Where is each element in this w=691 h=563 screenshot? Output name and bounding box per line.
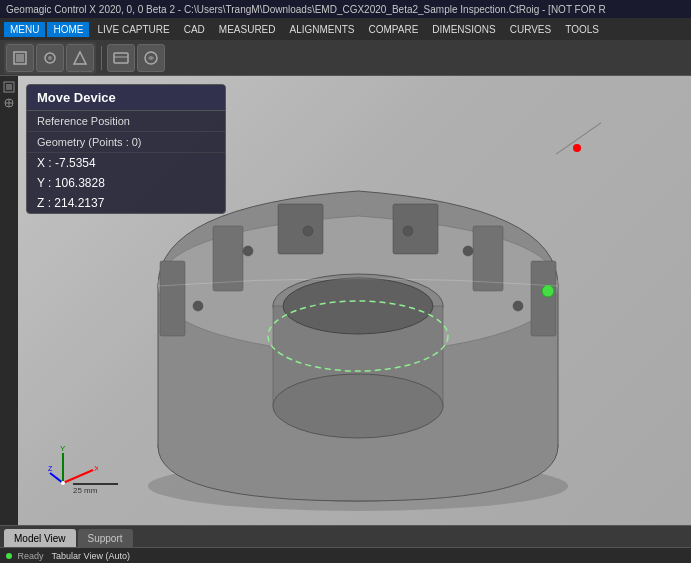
menu-item-cad[interactable]: CAD	[178, 22, 211, 37]
toolbar-btn-4[interactable]	[107, 44, 135, 72]
bottom-tabs: Model View Support	[0, 525, 691, 547]
title-text: Geomagic Control X 2020, 0, 0 Beta 2 - C…	[6, 4, 606, 15]
menu-item-alignments[interactable]: ALIGNMENTS	[284, 22, 361, 37]
menu-bar: MENU HOME LIVE CAPTURE CAD MEASURED ALIG…	[0, 18, 691, 40]
ready-indicator	[6, 553, 12, 559]
toolbar	[0, 40, 691, 76]
svg-rect-22	[531, 261, 556, 336]
toolbar-btn-5[interactable]	[137, 44, 165, 72]
menu-item-menu[interactable]: MENU	[4, 22, 45, 37]
viewport[interactable]: Move Device Reference Position Geometry …	[18, 76, 691, 525]
menu-item-home[interactable]: HOME	[47, 22, 89, 37]
x-coord: X : -7.5354	[27, 153, 225, 173]
svg-point-27	[193, 301, 203, 311]
svg-point-40	[61, 481, 65, 485]
toolbar-btn-3[interactable]	[66, 44, 94, 72]
svg-point-29	[243, 246, 253, 256]
svg-point-32	[403, 226, 413, 236]
sidebar-icon-2[interactable]	[2, 96, 16, 110]
sidebar-icon-1[interactable]	[2, 80, 16, 94]
svg-point-18	[273, 374, 443, 438]
svg-line-34	[63, 470, 93, 483]
move-device-panel: Move Device Reference Position Geometry …	[26, 84, 226, 214]
menu-item-live-capture[interactable]: LIVE CAPTURE	[91, 22, 175, 37]
svg-point-28	[513, 301, 523, 311]
tab-model-view[interactable]: Model View	[4, 529, 76, 547]
svg-text:X: X	[94, 464, 98, 473]
svg-point-19	[283, 278, 433, 334]
svg-text:Y: Y	[60, 445, 66, 453]
svg-text:Z: Z	[48, 465, 53, 472]
z-coord: Z : 214.2137	[27, 193, 225, 213]
menu-item-dimensions[interactable]: DIMENSIONS	[426, 22, 501, 37]
geometry-row: Geometry (Points : 0)	[27, 132, 225, 153]
title-bar: Geomagic Control X 2020, 0, 0 Beta 2 - C…	[0, 0, 691, 18]
svg-point-3	[48, 56, 52, 60]
menu-item-curves[interactable]: CURVES	[504, 22, 558, 37]
svg-rect-26	[393, 204, 438, 254]
toolbar-btn-1[interactable]	[6, 44, 34, 72]
panel-title: Move Device	[27, 85, 225, 111]
toolbar-group-1	[4, 42, 96, 74]
svg-point-30	[463, 246, 473, 256]
scale-line	[73, 483, 118, 485]
tab-support[interactable]: Support	[78, 529, 133, 547]
y-coord: Y : 106.3828	[27, 173, 225, 193]
scale-label: 25 mm	[73, 486, 97, 495]
svg-rect-9	[6, 84, 12, 90]
menu-item-tools[interactable]: TOOLS	[559, 22, 605, 37]
menu-item-measured[interactable]: MEASURED	[213, 22, 282, 37]
red-cursor-dot	[573, 144, 581, 152]
toolbar-separator-1	[101, 46, 102, 70]
menu-item-compare[interactable]: COMPARE	[363, 22, 425, 37]
svg-line-38	[50, 473, 63, 483]
model-canvas: Move Device Reference Position Geometry …	[18, 76, 691, 525]
left-sidebar	[0, 76, 18, 525]
toolbar-btn-2[interactable]	[36, 44, 64, 72]
svg-rect-1	[16, 54, 24, 62]
main-area: Move Device Reference Position Geometry …	[0, 76, 691, 525]
svg-rect-25	[278, 204, 323, 254]
status-bar: Ready Tabular View (Auto)	[0, 547, 691, 563]
status-ready: Ready	[6, 551, 44, 561]
svg-rect-5	[114, 53, 128, 63]
scale-bar: 25 mm	[73, 483, 118, 495]
svg-rect-21	[160, 261, 185, 336]
svg-point-31	[303, 226, 313, 236]
svg-point-33	[542, 285, 554, 297]
svg-marker-4	[74, 52, 86, 64]
tabular-view-label[interactable]: Tabular View (Auto)	[52, 551, 130, 561]
reference-position-row: Reference Position	[27, 111, 225, 132]
